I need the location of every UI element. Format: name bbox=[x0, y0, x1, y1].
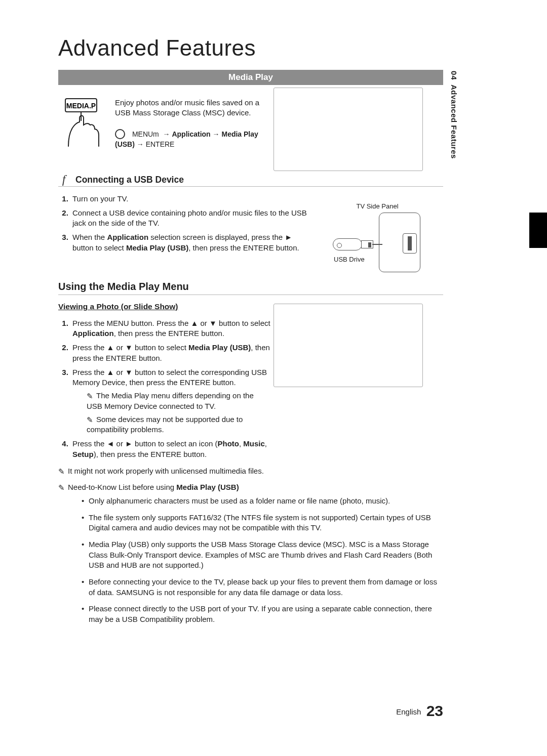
menu-path: MENUm → Application → Media Play (USB) →… bbox=[115, 130, 275, 149]
step-3: When the Application selection screen is… bbox=[70, 232, 314, 253]
note-icon: ✎ bbox=[87, 415, 93, 425]
ntk-item: Before connecting your device to the TV,… bbox=[82, 577, 443, 598]
note-icon: ✎ bbox=[87, 391, 93, 401]
tv-panel-box: USB Drive bbox=[379, 213, 420, 272]
screenshot-placeholder-2 bbox=[274, 304, 423, 387]
intro-text: Enjoy photos and/or music files saved on… bbox=[115, 98, 275, 118]
section-band-media-play: Media Play bbox=[58, 70, 443, 85]
page-title: Advanced Features bbox=[58, 35, 443, 61]
menu-icon bbox=[115, 129, 125, 139]
view-step-2: Press the ▲ or ▼ button to select Media … bbox=[70, 343, 271, 363]
tv-side-panel-diagram: TV Side Panel USB Drive bbox=[334, 202, 420, 272]
page-number: 23 bbox=[426, 702, 443, 719]
tv-panel-caption: TV Side Panel bbox=[334, 202, 420, 210]
ntk-item: Only alphanumeric characters must be use… bbox=[82, 496, 443, 507]
section-using-media-play: Using the Media Play Menu bbox=[58, 281, 443, 295]
usb-drive-label: USB Drive bbox=[334, 256, 365, 263]
step-1: Turn on your TV. bbox=[70, 194, 314, 204]
view-step-1: Press the MENU button. Press the ▲ or ▼ … bbox=[70, 318, 271, 339]
remote-button-icon: MEDIA.P bbox=[58, 98, 104, 149]
step-2: Connect a USB device containing photo an… bbox=[70, 208, 314, 229]
section-connecting-usb: f Connecting a USB Device bbox=[58, 175, 443, 187]
chapter-number: 04 bbox=[450, 71, 458, 80]
note-icon: ✎ bbox=[58, 483, 65, 492]
note-ntk-lead: ✎Need-to-Know List before using Media Pl… bbox=[58, 483, 443, 492]
ntk-item: Please connect directly to the USB port … bbox=[82, 604, 443, 624]
view-step-3: Press the ▲ or ▼ button to select the co… bbox=[70, 367, 271, 435]
chapter-label: Advanced Features bbox=[450, 85, 458, 159]
ntk-item: Media Play (USB) only supports the USB M… bbox=[82, 539, 443, 571]
view-step-4: Press the ◄ or ► button to select an ico… bbox=[70, 439, 271, 459]
section-marker-icon: f bbox=[58, 175, 69, 186]
page-footer: English 23 bbox=[396, 702, 443, 720]
ntk-item: The file system only supports FAT16/32 (… bbox=[82, 513, 443, 533]
screenshot-placeholder-1 bbox=[274, 88, 423, 171]
note-icon: ✎ bbox=[58, 467, 65, 476]
footer-language: English bbox=[396, 707, 421, 716]
remote-label: MEDIA.P bbox=[66, 102, 96, 110]
chapter-tab: 04 Advanced Features bbox=[447, 71, 461, 182]
note-unlicensed: ✎It might not work properly with unlicen… bbox=[58, 467, 443, 476]
need-to-know-list: Only alphanumeric characters must be use… bbox=[58, 496, 443, 625]
section-heading: Connecting a USB Device bbox=[75, 175, 184, 185]
usb-drive-icon bbox=[333, 237, 377, 251]
thumb-tab bbox=[529, 213, 547, 248]
usb-port-icon bbox=[403, 233, 417, 254]
